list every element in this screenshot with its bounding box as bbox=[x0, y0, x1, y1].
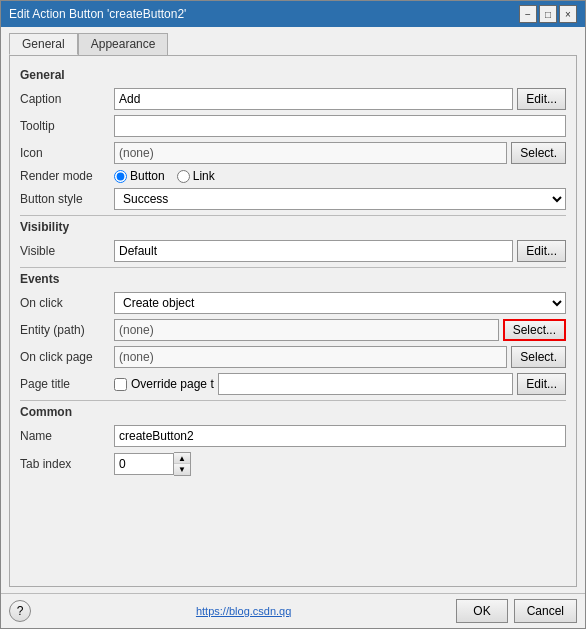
entity-input[interactable] bbox=[114, 319, 499, 341]
icon-row: Icon Select. bbox=[20, 142, 566, 164]
section-general: General bbox=[20, 68, 566, 82]
ok-button[interactable]: OK bbox=[456, 599, 507, 623]
visible-edit-button[interactable]: Edit... bbox=[517, 240, 566, 262]
on-click-select[interactable]: Create object Navigate Custom bbox=[114, 292, 566, 314]
render-button-option[interactable]: Button bbox=[114, 169, 165, 183]
on-click-page-label: On click page bbox=[20, 350, 110, 364]
page-title-input[interactable] bbox=[218, 373, 514, 395]
close-button[interactable]: × bbox=[559, 5, 577, 23]
on-click-label: On click bbox=[20, 296, 110, 310]
page-title-row: Page title Override page t Edit... bbox=[20, 373, 566, 395]
page-title-edit-button[interactable]: Edit... bbox=[517, 373, 566, 395]
entity-label: Entity (path) bbox=[20, 323, 110, 337]
name-label: Name bbox=[20, 429, 110, 443]
render-link-option[interactable]: Link bbox=[177, 169, 215, 183]
page-title-checkbox[interactable] bbox=[114, 378, 127, 391]
on-click-page-input[interactable] bbox=[114, 346, 507, 368]
window-title: Edit Action Button 'createButton2' bbox=[9, 7, 186, 21]
render-button-radio[interactable] bbox=[114, 170, 127, 183]
render-mode-label: Render mode bbox=[20, 169, 110, 183]
icon-input[interactable] bbox=[114, 142, 507, 164]
icon-select-button[interactable]: Select. bbox=[511, 142, 566, 164]
tooltip-row: Tooltip bbox=[20, 115, 566, 137]
tab-bar: General Appearance bbox=[9, 33, 577, 55]
icon-label: Icon bbox=[20, 146, 110, 160]
name-input[interactable] bbox=[114, 425, 566, 447]
footer-link[interactable]: https://blog.csdn.qq bbox=[37, 605, 450, 617]
button-style-label: Button style bbox=[20, 192, 110, 206]
tab-content-general: General Caption Edit... Tooltip Icon Sel… bbox=[9, 55, 577, 587]
tab-appearance[interactable]: Appearance bbox=[78, 33, 169, 55]
button-style-row: Button style Success Primary Default Dan… bbox=[20, 188, 566, 210]
tooltip-input[interactable] bbox=[114, 115, 566, 137]
on-click-page-select-button[interactable]: Select. bbox=[511, 346, 566, 368]
render-link-radio[interactable] bbox=[177, 170, 190, 183]
page-title-checkbox-group: Override page t bbox=[114, 377, 214, 391]
main-content: General Appearance General Caption Edit.… bbox=[1, 27, 585, 593]
caption-edit-button[interactable]: Edit... bbox=[517, 88, 566, 110]
cancel-button[interactable]: Cancel bbox=[514, 599, 577, 623]
entity-row: Entity (path) Select... bbox=[20, 319, 566, 341]
tab-index-label: Tab index bbox=[20, 457, 110, 471]
title-bar: Edit Action Button 'createButton2' − □ × bbox=[1, 1, 585, 27]
tooltip-label: Tooltip bbox=[20, 119, 110, 133]
section-visibility: Visibility bbox=[20, 220, 566, 234]
spinner-down-button[interactable]: ▼ bbox=[174, 464, 190, 475]
caption-label: Caption bbox=[20, 92, 110, 106]
caption-input[interactable] bbox=[114, 88, 513, 110]
tab-index-input[interactable] bbox=[114, 453, 174, 475]
name-row: Name bbox=[20, 425, 566, 447]
tab-index-spinner: ▲ ▼ bbox=[114, 452, 191, 476]
render-mode-row: Render mode Button Link bbox=[20, 169, 566, 183]
section-common: Common bbox=[20, 405, 566, 419]
page-title-checkbox-label: Override page t bbox=[131, 377, 214, 391]
spinner-up-button[interactable]: ▲ bbox=[174, 453, 190, 464]
bottom-bar: ? https://blog.csdn.qq OK Cancel bbox=[1, 593, 585, 628]
button-style-select[interactable]: Success Primary Default Danger bbox=[114, 188, 566, 210]
maximize-button[interactable]: □ bbox=[539, 5, 557, 23]
minimize-button[interactable]: − bbox=[519, 5, 537, 23]
tab-general[interactable]: General bbox=[9, 33, 78, 55]
main-window: Edit Action Button 'createButton2' − □ ×… bbox=[0, 0, 586, 629]
visible-row: Visible Edit... bbox=[20, 240, 566, 262]
render-mode-options: Button Link bbox=[114, 169, 566, 183]
spinner-buttons: ▲ ▼ bbox=[174, 452, 191, 476]
visible-input[interactable] bbox=[114, 240, 513, 262]
on-click-page-row: On click page Select. bbox=[20, 346, 566, 368]
tab-index-row: Tab index ▲ ▼ bbox=[20, 452, 566, 476]
window-controls: − □ × bbox=[519, 5, 577, 23]
page-title-label: Page title bbox=[20, 377, 110, 391]
section-events: Events bbox=[20, 272, 566, 286]
entity-select-button[interactable]: Select... bbox=[503, 319, 566, 341]
visible-label: Visible bbox=[20, 244, 110, 258]
caption-row: Caption Edit... bbox=[20, 88, 566, 110]
on-click-row: On click Create object Navigate Custom bbox=[20, 292, 566, 314]
help-button[interactable]: ? bbox=[9, 600, 31, 622]
